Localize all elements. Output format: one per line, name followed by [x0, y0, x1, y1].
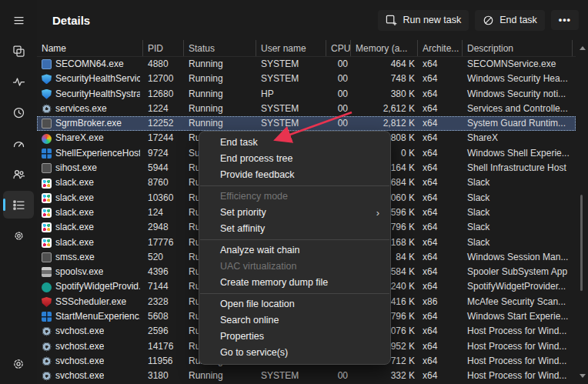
process-name: StartMenuExperienc...: [37, 309, 143, 324]
process-name: svchost.exe: [37, 354, 143, 369]
process-name: svchost.exe: [37, 339, 143, 354]
column-header-status[interactable]: Status: [184, 40, 256, 56]
cell-mem: 2,612 K: [351, 102, 418, 116]
cell-arch: x64: [418, 72, 463, 86]
header-actions: Run new task End task •••: [378, 10, 588, 31]
process-name: SSScheduler.exe: [37, 295, 143, 309]
cell-pid: 8760: [143, 175, 184, 190]
column-header-arch[interactable]: Archite...: [418, 40, 463, 56]
sidebar-item-details[interactable]: [3, 191, 34, 219]
menu-item-analyze-wait-chain[interactable]: Analyze wait chain: [199, 242, 390, 259]
menu-item-search-online[interactable]: Search online: [199, 312, 390, 329]
menu-item-label: End process tree: [220, 151, 293, 167]
cell-arch: x64: [418, 146, 463, 161]
table-row[interactable]: SECOMN64.exe4880RunningSYSTEM00464 Kx64S…: [37, 57, 576, 72]
cell-desc: Windows Security Hea...: [463, 72, 573, 86]
process-name: spoolsv.exe: [37, 265, 143, 279]
cell-mem: 464 K: [351, 57, 418, 72]
generic-process-icon: [42, 119, 52, 129]
menu-button[interactable]: [3, 6, 34, 34]
cell-pid: 5944: [143, 161, 184, 175]
slack-process-icon: [42, 193, 52, 203]
cell-mem: 2,812 K: [351, 116, 418, 131]
sidebar-item-performance[interactable]: [3, 68, 34, 95]
process-name: ShellExperienceHost...: [37, 146, 143, 161]
scroll-up-arrow-icon[interactable]: [580, 46, 586, 50]
end-task-button[interactable]: End task: [475, 10, 545, 31]
sidebar-item-startup-apps[interactable]: [3, 129, 34, 157]
slack-process-icon: [42, 222, 52, 232]
context-menu: End taskEnd process treeProvide feedback…: [199, 131, 391, 365]
menu-item-label: Properties: [220, 329, 264, 345]
menu-separator: [200, 239, 389, 240]
cell-pid: 520: [143, 250, 184, 265]
menu-item-set-affinity[interactable]: Set affinity: [199, 221, 390, 237]
cell-pid: 5608: [143, 309, 184, 324]
cell-mem: 332 K: [351, 369, 418, 383]
generic-process-icon: [42, 163, 52, 173]
run-new-task-button[interactable]: Run new task: [378, 10, 469, 31]
menu-item-properties[interactable]: Properties: [199, 329, 390, 345]
cell-mem: 748 K: [351, 72, 418, 86]
menu-separator: [200, 185, 389, 186]
cell-cpu: 00: [326, 72, 351, 86]
sidebar-item-processes[interactable]: [3, 37, 34, 65]
menu-item-end-process-tree[interactable]: End process tree: [199, 151, 390, 167]
settings-icon: [12, 357, 25, 371]
table-header: NamePIDStatusUser nameCPUMemory (a...Arc…: [37, 40, 576, 57]
cell-desc: Slack: [463, 191, 573, 205]
sidebar-item-users[interactable]: [3, 160, 34, 188]
column-header-cpu[interactable]: CPU: [326, 40, 351, 56]
cell-desc: Host Process for Wind...: [463, 339, 573, 354]
shield-process-icon: [42, 89, 52, 99]
table-row[interactable]: services.exe1224RunningSYSTEM002,612 Kx6…: [37, 102, 576, 116]
column-header-pid[interactable]: PID: [143, 40, 184, 56]
cell-user: HP: [256, 87, 326, 102]
window-process-icon: [42, 149, 52, 159]
menu-item-provide-feedback[interactable]: Provide feedback: [199, 167, 390, 183]
process-name: SecurityHealthSystra...: [37, 87, 143, 102]
table-row[interactable]: SgrmBroker.exe12252RunningSYSTEM002,812 …: [37, 116, 576, 131]
column-header-user[interactable]: User name: [256, 40, 326, 56]
menu-item-go-to-service-s[interactable]: Go to service(s): [199, 345, 390, 361]
cell-arch: x64: [418, 161, 463, 175]
sidebar-item-settings[interactable]: [3, 350, 34, 378]
sidebar-item-services[interactable]: [3, 222, 34, 249]
window-process-icon: [42, 312, 52, 322]
column-header-name[interactable]: Name: [37, 40, 143, 56]
run-new-task-label: Run new task: [403, 15, 461, 25]
more-options-button[interactable]: •••: [551, 10, 579, 30]
cell-desc: Windows Start Experie...: [463, 309, 573, 324]
table-row[interactable]: SecurityHealthServic...12700RunningSYSTE…: [37, 72, 576, 86]
menu-item-end-task[interactable]: End task: [199, 135, 390, 151]
vertical-scrollbar[interactable]: [576, 40, 588, 384]
menu-item-label: Go to service(s): [220, 345, 288, 361]
table-row[interactable]: svchost.exe3180RunningSYSTEM00332 Kx64Ho…: [37, 369, 576, 383]
cell-desc: Services and Controlle...: [463, 102, 573, 116]
title-bar: Details Run new task End task •••: [37, 0, 588, 40]
column-header-desc[interactable]: Description: [463, 40, 573, 56]
services-icon: [12, 229, 25, 242]
scrollbar-thumb[interactable]: [580, 195, 583, 291]
cell-pid: 2948: [143, 220, 184, 235]
menu-item-open-file-location[interactable]: Open file location: [199, 296, 390, 312]
cell-cpu: 00: [326, 87, 351, 102]
cell-user: SYSTEM: [256, 116, 326, 131]
details-icon: [12, 199, 25, 212]
process-name: slack.exe: [37, 175, 143, 190]
process-name: SecurityHealthServic...: [37, 72, 143, 86]
cell-arch: x64: [418, 309, 463, 324]
cell-pid: 7144: [143, 279, 184, 294]
menu-item-create-memory-dump-file[interactable]: Create memory dump file: [199, 275, 390, 291]
menu-icon: [12, 14, 25, 27]
cell-arch: x64: [418, 205, 463, 220]
cell-arch: x64: [418, 279, 463, 294]
sidebar-item-app-history[interactable]: [3, 99, 34, 126]
menu-item-set-priority[interactable]: Set priority›: [199, 205, 390, 221]
table-row[interactable]: SecurityHealthSystra...12680RunningHP003…: [37, 87, 576, 102]
column-header-mem[interactable]: Memory (a...: [351, 40, 418, 56]
cell-arch: x64: [418, 57, 463, 72]
menu-item-label: Open file location: [220, 296, 295, 312]
scroll-down-arrow-icon[interactable]: [580, 374, 586, 378]
process-name: slack.exe: [37, 191, 143, 205]
